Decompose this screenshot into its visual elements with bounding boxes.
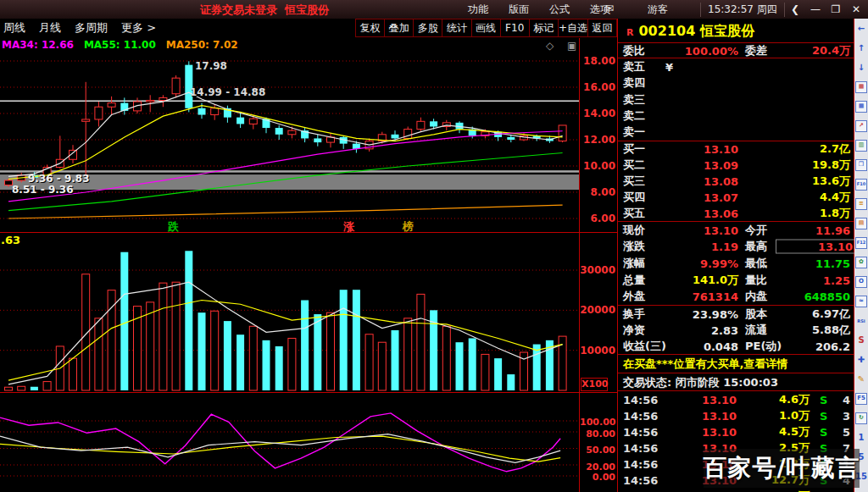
stock-header[interactable]: R002104恒宝股份 <box>618 19 854 43</box>
mail-icon[interactable]: ✉ <box>605 3 614 14</box>
financial-row: 换手23.98%股本6.97亿 <box>618 306 854 322</box>
toolbar-button[interactable]: 叠加 <box>384 19 414 37</box>
wave-icon[interactable]: ≈ <box>854 291 868 311</box>
currency-symbol: ¥ <box>665 60 673 73</box>
toolbar-button[interactable]: 多股 <box>413 19 442 37</box>
indicator-chart[interactable] <box>0 393 579 492</box>
titlebar-menu-item[interactable]: 版面 <box>509 3 529 17</box>
indicator-panel[interactable]: 100.0080.0050.0020.000.00 <box>0 393 617 492</box>
quote-value: 11.75 <box>776 257 850 269</box>
buy-queue-row[interactable]: 买二13.0919.8万 <box>618 158 854 174</box>
toolbar-button[interactable]: 标记 <box>529 19 559 37</box>
chart-corner-icons[interactable]: ◇ ▣ <box>546 40 581 52</box>
sell-queue-row[interactable]: 卖五¥ <box>618 58 854 75</box>
sell-level-label: 卖三 <box>623 92 645 108</box>
toolbar-button[interactable]: F10 <box>500 19 530 37</box>
up-arrow-icon[interactable]: ↑ <box>854 38 868 58</box>
kline-panel[interactable]: MA34: 12.66MA55: 11.00MA250: 7.02 ◇ ▣ 18… <box>0 38 617 233</box>
tick-row[interactable]: 14:5613.104.6万S4 <box>618 391 854 407</box>
tick-row[interactable]: 14:5613.101.0万S3 <box>618 407 854 423</box>
period-1-button[interactable]: 1 <box>854 428 868 447</box>
big-order-alert[interactable]: 在买盘***位置有大买单,查看详情 <box>618 355 854 373</box>
stock-code: 002104 <box>638 23 695 39</box>
f12-icon[interactable]: F12 <box>854 233 868 252</box>
buy-level-label: 买二 <box>623 158 645 173</box>
trend-line-icon[interactable]: ↗ <box>854 116 868 135</box>
tick-count: 4 <box>826 393 850 406</box>
buy-level-label: 买四 <box>623 190 645 205</box>
toolbar-button[interactable]: 返回 <box>587 19 617 37</box>
buy-queue-row[interactable]: 买三13.0813.6万 <box>618 174 854 190</box>
s-icon-glyph: S <box>858 335 864 346</box>
price-axis-label: 8.00 <box>580 186 615 198</box>
minimize-button[interactable]: — <box>805 3 826 15</box>
down-arrow-icon[interactable]: ↓ <box>854 58 868 77</box>
multi-chart-icon[interactable]: ❐ <box>854 155 868 174</box>
window-controls: ❮—❐✕ <box>785 0 866 19</box>
restore-button[interactable]: ❐ <box>826 3 846 15</box>
toolbar-button[interactable]: 统计 <box>442 19 471 37</box>
price-annotation: 8.51 - 9.36 <box>12 184 74 196</box>
buy-queue-row[interactable]: 买五13.061.8万 <box>618 205 854 221</box>
tick-row[interactable]: 14:5613.104.5万S5 <box>618 423 854 439</box>
quote-label: 现价 <box>623 223 645 238</box>
move-icon[interactable]: ✚ <box>854 350 868 369</box>
fund-icon-glyph: ✿ <box>855 257 867 268</box>
titlebar-menu-item[interactable]: 公式 <box>549 3 570 17</box>
volume-chart[interactable] <box>0 233 579 392</box>
tree-icon-glyph: ≡ <box>855 198 867 210</box>
tick-count: 3 <box>826 409 850 422</box>
refresh-icon[interactable]: ↻ <box>854 408 868 428</box>
sell-level-label: 卖五 <box>623 59 645 75</box>
circle-icon[interactable]: O <box>854 272 868 291</box>
buy-queue-row[interactable]: 买一13.102.7亿 <box>618 141 854 158</box>
report-icon-glyph: ▦ <box>855 81 867 93</box>
sell-queue-row[interactable]: 卖三 <box>618 91 854 108</box>
period-tab[interactable]: 周线 <box>3 20 25 36</box>
toolbar-button[interactable]: 复权 <box>355 19 385 37</box>
financial-row: 净资2.83流通5.88亿 <box>618 322 854 338</box>
quote-table-icon[interactable]: ▦ <box>854 97 868 116</box>
buy-amount: 19.8万 <box>776 158 850 173</box>
period-tab[interactable]: 月线 <box>39 20 61 36</box>
financial-value: 6.97亿 <box>776 307 850 322</box>
buy-price: 13.06 <box>665 207 738 219</box>
titlebar-menu-item[interactable]: 功能 <box>468 3 488 17</box>
toolbar-button[interactable]: +自选 <box>558 19 588 37</box>
login-status-title: 证券交易未登录 恒宝股份 <box>200 3 329 18</box>
price-axis-line <box>579 38 580 492</box>
sell-queue-row[interactable]: 卖二 <box>618 108 854 124</box>
sell-queue-row[interactable]: 卖四 <box>618 75 854 91</box>
volume-panel[interactable]: .63 300002000010000 <box>0 233 617 393</box>
period-tab[interactable]: 更多 > <box>121 20 156 36</box>
book-icon[interactable]: ▤ <box>854 213 868 233</box>
period-tab[interactable]: 多周期 <box>75 20 108 36</box>
s-icon[interactable]: S <box>854 330 868 350</box>
pencil-icon[interactable]: ✎ <box>854 369 868 389</box>
tick-row[interactable]: 14:5613.101.6万S3 <box>618 488 854 492</box>
buy-level-label: 买五 <box>623 206 645 221</box>
volume-axis-label: 20000 <box>580 304 615 316</box>
tick-time: 14:56 <box>623 425 658 438</box>
toolbar-button[interactable]: 画线 <box>471 19 501 37</box>
rsi-icon[interactable]: RSI <box>854 311 868 330</box>
kline-chart[interactable] <box>0 38 579 232</box>
price-axis-label: 18.00 <box>580 55 615 67</box>
kline-icon[interactable]: ▥ <box>854 135 868 155</box>
tree-icon[interactable]: ≡ <box>854 194 868 213</box>
close-button[interactable]: ✕ <box>846 3 866 15</box>
f10-icon[interactable]: F10 <box>854 174 868 194</box>
collapse-button[interactable]: ❮ <box>785 3 805 15</box>
volume-corner-label: .63 <box>1 234 20 246</box>
sell-level-label: 卖四 <box>623 75 645 91</box>
sell-queue-row[interactable]: 卖一 <box>618 124 854 141</box>
fund-icon[interactable]: ✿ <box>854 252 868 272</box>
user-label[interactable]: 游客 <box>648 3 668 17</box>
buy-queue-row[interactable]: 买四13.074.4万 <box>618 189 854 205</box>
f5-icon[interactable]: F5 <box>854 389 868 408</box>
period-tabs: 周线月线多周期更多 > <box>3 19 156 37</box>
report-icon[interactable]: ▦ <box>854 77 868 97</box>
quote-label: 最高 <box>745 239 767 254</box>
back-arrow-icon[interactable]: ← <box>854 19 868 38</box>
trend-line-icon-glyph: ↗ <box>855 120 867 132</box>
